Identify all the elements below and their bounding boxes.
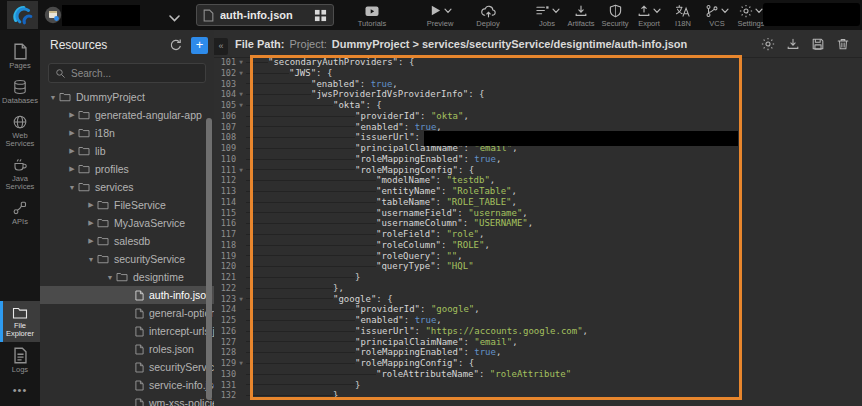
collapse-panel-button[interactable]: « <box>214 38 228 55</box>
tree-item-dummyproject[interactable]: ▼DummyProject <box>40 88 214 106</box>
code-line-126[interactable]: 126"issuerUrl": "https://accounts.google… <box>214 326 862 337</box>
code-line-113[interactable]: 113"entityName": "RoleTable", <box>214 186 862 197</box>
tree-item-profiles[interactable]: ▶profiles <box>40 160 214 178</box>
chevron-right-icon[interactable]: ▶ <box>67 165 77 173</box>
code-line-106[interactable]: 106"providerId": "okta", <box>214 111 862 122</box>
tree-item-designtime[interactable]: ▼designtime <box>40 268 214 286</box>
sidebar-item-file-explorer[interactable]: File Explorer <box>0 301 40 342</box>
editor-settings-icon[interactable] <box>761 37 775 51</box>
code-line-127[interactable]: 127"principalClaimName": "email", <box>214 337 862 348</box>
code-line-111[interactable]: 111▼"roleMappingConfig": { <box>214 165 862 176</box>
code-line-132[interactable]: 132} <box>214 390 862 401</box>
sidebar-more-button[interactable]: ••• <box>0 378 40 406</box>
refresh-icon[interactable] <box>169 38 183 52</box>
resources-search[interactable]: Search... <box>48 63 206 83</box>
chevron-down-icon[interactable]: ▼ <box>67 184 77 191</box>
code-line-115[interactable]: 115"usernameField": "username", <box>214 208 862 219</box>
sidebar-item-pages[interactable]: Pages <box>0 38 40 74</box>
sidebar-item-logs[interactable]: Logs <box>0 342 40 378</box>
tree-item-myjavaservice[interactable]: ▶MyJavaService <box>40 214 214 232</box>
project-switcher-chevron-icon[interactable] <box>168 9 181 27</box>
app-logo[interactable] <box>7 1 38 29</box>
code-line-117[interactable]: 117"roleField": "role", <box>214 229 862 240</box>
chevron-right-icon[interactable]: ▶ <box>67 111 77 119</box>
code-line-129[interactable]: 129▼"roleMappingConfig": { <box>214 358 862 369</box>
delete-file-icon[interactable] <box>836 37 850 51</box>
i18n-button[interactable]: I18N <box>666 3 700 28</box>
jobs-chevron-icon[interactable] <box>552 8 560 14</box>
save-file-icon[interactable] <box>811 37 825 51</box>
deploy-button[interactable]: Deploy <box>468 3 508 28</box>
chevron-down-icon[interactable]: ▼ <box>105 274 115 281</box>
jobs-button[interactable]: Jobs <box>530 3 564 28</box>
code-line-128[interactable]: 128"roleMappingEnabled": true, <box>214 347 862 358</box>
code-line-122[interactable]: 122}, <box>214 283 862 294</box>
tree-item-intercept-urls-json[interactable]: intercept-urls.json <box>40 322 214 340</box>
preview-button[interactable]: Preview <box>418 3 462 28</box>
tree-item-fileservice[interactable]: ▶FileService <box>40 196 214 214</box>
fold-marker-icon[interactable]: ▼ <box>236 68 246 79</box>
code-line-103[interactable]: 103"enabled": true, <box>214 79 862 90</box>
fold-marker-icon[interactable]: ▼ <box>236 165 246 176</box>
vcs-button[interactable]: VCS <box>700 3 734 28</box>
tree-item-i18n[interactable]: ▶i18n <box>40 124 214 142</box>
code-line-131[interactable]: 131} <box>214 380 862 391</box>
fold-marker-icon[interactable]: ▼ <box>236 358 246 369</box>
code-line-124[interactable]: 124"providerId": "google", <box>214 304 862 315</box>
fold-marker-icon[interactable]: ▼ <box>236 89 246 100</box>
code-line-125[interactable]: 125"enabled": true, <box>214 315 862 326</box>
tree-item-salesdb[interactable]: ▶salesdb <box>40 232 214 250</box>
sidebar-item-databases[interactable]: Databases <box>0 74 40 109</box>
tree-item-securityservice-api-json[interactable]: securityService_API.json <box>40 358 214 376</box>
grid-icon[interactable] <box>314 9 327 22</box>
preview-chevron-icon[interactable] <box>444 8 452 14</box>
chevron-right-icon[interactable]: ▶ <box>67 147 77 155</box>
add-resource-button[interactable]: + <box>191 37 208 54</box>
fold-marker-icon[interactable]: ▼ <box>236 57 246 68</box>
settings-chevron-icon[interactable] <box>755 8 763 14</box>
tree-item-services[interactable]: ▼services <box>40 178 214 196</box>
tree-item-generated-angular-app[interactable]: ▶generated-angular-app <box>40 106 214 124</box>
tree-item-wm-xss-policies-json[interactable]: wm-xss-policies.json <box>40 394 214 406</box>
chevron-down-icon[interactable]: ▼ <box>86 256 96 263</box>
artifacts-button[interactable]: Artifacts <box>564 3 598 28</box>
code-line-119[interactable]: 119"roleQuery": "", <box>214 251 862 262</box>
resources-scrollbar[interactable] <box>206 118 212 400</box>
chevron-right-icon[interactable]: ▶ <box>67 129 77 137</box>
export-chevron-icon[interactable] <box>653 8 661 14</box>
sidebar-item-apis[interactable]: APIs <box>0 195 40 230</box>
chevron-right-icon[interactable]: ▶ <box>86 201 96 209</box>
code-line-121[interactable]: 121} <box>214 272 862 283</box>
tree-item-securityservice[interactable]: ▼securityService <box>40 250 214 268</box>
code-line-104[interactable]: 104▼"jwsProviderIdVsProviderInfo": { <box>214 89 862 100</box>
tree-item-roles-json[interactable]: roles.json <box>40 340 214 358</box>
code-line-123[interactable]: 123▼"google": { <box>214 294 862 305</box>
code-line-102[interactable]: 102▼"JWS": { <box>214 68 862 79</box>
code-line-112[interactable]: 112"modelName": "testdb", <box>214 175 862 186</box>
code-line-118[interactable]: 118"roleColumn": "ROLE", <box>214 240 862 251</box>
open-file-tab[interactable]: auth-info.json <box>196 4 334 26</box>
code-editor[interactable]: 101▼"secondaryAuthProviders": {102▼"JWS"… <box>214 57 862 406</box>
export-button[interactable]: Export <box>632 3 666 28</box>
fold-marker-icon[interactable]: ▼ <box>236 100 246 111</box>
security-button[interactable]: Security <box>598 3 632 28</box>
fold-marker-icon[interactable]: ▼ <box>236 294 246 305</box>
chevron-down-icon[interactable]: ▼ <box>48 94 58 101</box>
code-line-120[interactable]: 120"queryType": "HQL" <box>214 261 862 272</box>
download-file-icon[interactable] <box>786 37 800 51</box>
code-line-101[interactable]: 101▼"secondaryAuthProviders": { <box>214 57 862 68</box>
code-line-114[interactable]: 114"tableName": "ROLE_TABLE", <box>214 197 862 208</box>
tree-item-general-options-json[interactable]: general-options.json <box>40 304 214 322</box>
tree-item-service-info-json[interactable]: service-info.json <box>40 376 214 394</box>
tree-item-lib[interactable]: ▶lib <box>40 142 214 160</box>
sidebar-item-java-services[interactable]: Java Services <box>0 152 40 195</box>
code-line-105[interactable]: 105▼"okta": { <box>214 100 862 111</box>
sidebar-item-web-services[interactable]: Web Services <box>0 109 40 152</box>
vcs-chevron-icon[interactable] <box>721 8 729 14</box>
code-line-110[interactable]: 110"roleMappingEnabled": true, <box>214 154 862 165</box>
project-avatar-icon[interactable] <box>44 6 62 28</box>
tree-item-auth-info-json[interactable]: auth-info.json <box>40 286 214 304</box>
code-line-116[interactable]: 116"usernameColumn": "USERNAME", <box>214 218 862 229</box>
chevron-right-icon[interactable]: ▶ <box>86 237 96 245</box>
tutorials-button[interactable]: Tutorials <box>352 3 392 28</box>
